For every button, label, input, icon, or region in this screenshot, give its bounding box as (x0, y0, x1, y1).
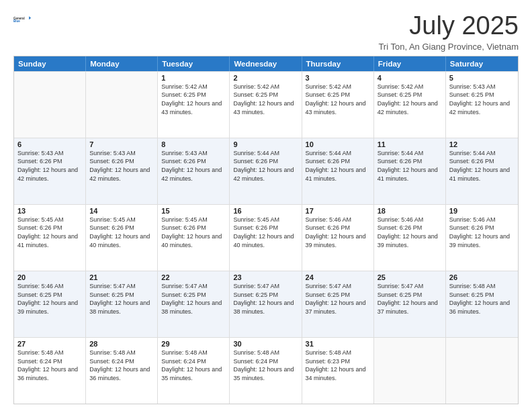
cell-info-line: Sunrise: 5:45 AM (17, 216, 82, 224)
cell-info-line: Daylight: 12 hours and 37 minutes. (378, 299, 442, 316)
cell-info-line: Daylight: 12 hours and 42 minutes. (449, 99, 515, 116)
calendar-cell: 1Sunrise: 5:42 AMSunset: 6:25 PMDaylight… (158, 72, 230, 138)
calendar-cell: 22Sunrise: 5:47 AMSunset: 6:25 PMDayligh… (158, 271, 230, 337)
cell-info-line: Sunset: 6:26 PM (378, 224, 442, 232)
calendar-cell: 25Sunrise: 5:47 AMSunset: 6:25 PMDayligh… (374, 271, 446, 337)
calendar-row: 1Sunrise: 5:42 AMSunset: 6:25 PMDaylight… (14, 71, 518, 138)
calendar-row: 13Sunrise: 5:45 AMSunset: 6:26 PMDayligh… (14, 204, 518, 271)
cell-info-line: Sunset: 6:26 PM (161, 157, 226, 166)
calendar: SundayMondayTuesdayWednesdayThursdayFrid… (13, 56, 519, 404)
calendar-row: 6Sunrise: 5:43 AMSunset: 6:26 PMDaylight… (14, 138, 518, 204)
calendar-cell: 5Sunrise: 5:43 AMSunset: 6:25 PMDaylight… (446, 72, 518, 138)
cell-info-line: Daylight: 12 hours and 43 minutes. (233, 99, 298, 116)
cell-info-line: Sunrise: 5:47 AM (161, 282, 226, 291)
cell-info-line: Sunrise: 5:43 AM (17, 149, 82, 158)
cell-info-line: Sunset: 6:26 PM (89, 157, 154, 166)
cell-info-line: Sunrise: 5:45 AM (161, 216, 226, 224)
calendar-cell: 10Sunrise: 5:44 AMSunset: 6:26 PMDayligh… (302, 138, 374, 204)
calendar-cell: 19Sunrise: 5:46 AMSunset: 6:26 PMDayligh… (446, 205, 518, 271)
cell-info-line: Daylight: 12 hours and 43 minutes. (306, 99, 370, 116)
cell-info-line: Daylight: 12 hours and 39 minutes. (449, 232, 515, 249)
cell-info-line: Sunrise: 5:48 AM (449, 282, 515, 291)
cell-info-line: Daylight: 12 hours and 36 minutes. (449, 299, 515, 316)
logo: General Blue General Blue (13, 12, 32, 27)
day-number: 21 (89, 273, 154, 281)
calendar-cell: 4Sunrise: 5:42 AMSunset: 6:25 PMDaylight… (374, 72, 446, 138)
cell-info-line: Sunrise: 5:42 AM (378, 83, 442, 91)
cell-info-line: Sunrise: 5:47 AM (306, 282, 370, 291)
cell-info-line: Sunrise: 5:46 AM (449, 216, 515, 224)
cell-info-line: Sunset: 6:26 PM (233, 157, 298, 166)
cell-info-line: Sunset: 6:26 PM (378, 157, 442, 166)
day-number: 15 (161, 207, 226, 215)
month-title: July 2025 (378, 12, 519, 40)
logo-icon: General Blue (13, 12, 32, 27)
cell-info-line: Daylight: 12 hours and 42 minutes. (89, 166, 154, 183)
calendar-cell: 11Sunrise: 5:44 AMSunset: 6:26 PMDayligh… (374, 138, 446, 204)
cell-info-line: Sunset: 6:25 PM (306, 291, 370, 300)
cell-info-line: Daylight: 12 hours and 35 minutes. (233, 365, 298, 382)
cell-info-line: Daylight: 12 hours and 41 minutes. (306, 166, 370, 183)
cell-info-line: Sunset: 6:25 PM (233, 91, 298, 99)
cell-info-line: Sunset: 6:26 PM (306, 224, 370, 232)
day-number: 5 (449, 74, 515, 82)
cell-info-line: Daylight: 12 hours and 42 minutes. (17, 166, 82, 183)
cell-info-line: Sunrise: 5:43 AM (89, 149, 154, 158)
cell-info-line: Daylight: 12 hours and 38 minutes. (89, 299, 154, 316)
cell-info-line: Sunset: 6:24 PM (161, 357, 226, 366)
cell-info-line: Daylight: 12 hours and 42 minutes. (233, 166, 298, 183)
cell-info-line: Sunset: 6:26 PM (233, 224, 298, 232)
calendar-cell: 8Sunrise: 5:43 AMSunset: 6:26 PMDaylight… (158, 138, 230, 204)
day-number: 28 (89, 340, 154, 348)
calendar-cell: 27Sunrise: 5:48 AMSunset: 6:24 PMDayligh… (14, 338, 86, 404)
day-number: 27 (17, 340, 82, 348)
calendar-cell: 16Sunrise: 5:45 AMSunset: 6:26 PMDayligh… (230, 205, 302, 271)
calendar-cell: 2Sunrise: 5:42 AMSunset: 6:25 PMDaylight… (230, 72, 302, 138)
cell-info-line: Sunset: 6:25 PM (449, 291, 515, 300)
cell-info-line: Sunrise: 5:42 AM (161, 83, 226, 91)
day-number: 3 (306, 74, 370, 82)
cell-info-line: Sunrise: 5:44 AM (233, 149, 298, 158)
day-number: 24 (306, 273, 370, 281)
day-number: 29 (161, 340, 226, 348)
cell-info-line: Sunset: 6:26 PM (17, 224, 82, 232)
cell-info-line: Daylight: 12 hours and 37 minutes. (306, 299, 370, 316)
cell-info-line: Sunset: 6:25 PM (89, 291, 154, 300)
cell-info-line: Sunset: 6:24 PM (233, 357, 298, 366)
cell-info-line: Sunset: 6:26 PM (449, 224, 515, 232)
calendar-cell: 14Sunrise: 5:45 AMSunset: 6:26 PMDayligh… (86, 205, 158, 271)
location: Tri Ton, An Giang Province, Vietnam (378, 42, 519, 52)
cell-info-line: Sunrise: 5:48 AM (17, 349, 82, 357)
cell-info-line: Daylight: 12 hours and 35 minutes. (161, 365, 226, 382)
day-number: 7 (89, 140, 154, 148)
calendar-cell: 29Sunrise: 5:48 AMSunset: 6:24 PMDayligh… (158, 338, 230, 404)
cell-info-line: Sunset: 6:26 PM (161, 224, 226, 232)
cell-info-line: Sunset: 6:25 PM (233, 291, 298, 300)
day-number: 31 (306, 340, 370, 348)
cell-info-line: Sunrise: 5:47 AM (89, 282, 154, 291)
cell-info-line: Sunset: 6:26 PM (89, 224, 154, 232)
day-number: 30 (233, 340, 298, 348)
cell-info-line: Sunset: 6:26 PM (306, 157, 370, 166)
day-number: 4 (378, 74, 442, 82)
day-number: 17 (306, 207, 370, 215)
calendar-cell: 17Sunrise: 5:46 AMSunset: 6:26 PMDayligh… (302, 205, 374, 271)
svg-text:Blue: Blue (13, 19, 20, 23)
cell-info-line: Sunrise: 5:44 AM (449, 149, 515, 158)
cell-info-line: Sunset: 6:25 PM (378, 291, 442, 300)
cell-info-line: Sunrise: 5:45 AM (89, 216, 154, 224)
calendar-header-cell: Wednesday (230, 56, 302, 71)
calendar-cell: 18Sunrise: 5:46 AMSunset: 6:26 PMDayligh… (374, 205, 446, 271)
cell-info-line: Sunrise: 5:42 AM (233, 83, 298, 91)
cell-info-line: Daylight: 12 hours and 39 minutes. (17, 299, 82, 316)
calendar-cell (446, 338, 518, 404)
cell-info-line: Sunrise: 5:48 AM (161, 349, 226, 357)
calendar-row: 27Sunrise: 5:48 AMSunset: 6:24 PMDayligh… (14, 337, 518, 404)
page: General Blue General Blue July 2025 Tri … (0, 0, 532, 411)
calendar-cell: 13Sunrise: 5:45 AMSunset: 6:26 PMDayligh… (14, 205, 86, 271)
calendar-header-cell: Tuesday (158, 56, 230, 71)
cell-info-line: Sunset: 6:25 PM (306, 91, 370, 99)
header: General Blue General Blue July 2025 Tri … (13, 12, 519, 52)
cell-info-line: Sunrise: 5:46 AM (17, 282, 82, 291)
calendar-header-cell: Monday (86, 56, 158, 71)
